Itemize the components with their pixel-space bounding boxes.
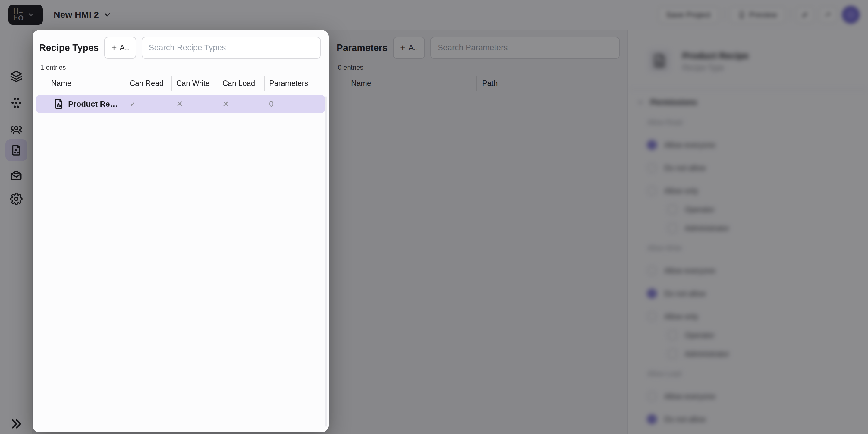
panel-title: Recipe Types — [39, 42, 99, 53]
scrollbar[interactable] — [326, 96, 327, 427]
recipe-types-panel: Recipe Types + A.. 1 entries Name Can Re… — [33, 30, 329, 432]
add-recipe-type-button[interactable]: + A.. — [104, 37, 136, 59]
can-write-value: ✕ — [172, 99, 218, 109]
can-read-value: ✓ — [125, 99, 172, 109]
column-header-can-load: Can Load — [218, 76, 264, 91]
column-header-can-write: Can Write — [172, 76, 218, 91]
recipe-types-table-header: Name Can Read Can Write Can Load Paramet… — [33, 76, 329, 91]
recipe-types-panel-header: Recipe Types + A.. — [33, 30, 329, 59]
add-button-label: A.. — [120, 43, 129, 53]
plus-icon: + — [111, 43, 117, 53]
column-header-parameters: Parameters — [264, 76, 329, 91]
column-header-can-read: Can Read — [125, 76, 172, 91]
entries-count: 1 entries — [40, 64, 329, 71]
column-header-name: Name — [33, 76, 125, 91]
row-name-cell: Product Re… — [36, 98, 125, 110]
search-recipe-types-input[interactable] — [142, 37, 321, 59]
row-name: Product Re… — [68, 99, 118, 109]
recipe-file-icon — [53, 98, 64, 110]
app-screen: H≡ ĿO New HMI 2 Save Project Preview — [0, 0, 868, 434]
parameters-count-value: 0 — [264, 99, 325, 109]
can-load-value: ✕ — [218, 99, 264, 109]
table-row[interactable]: Product Re… ✓ ✕ ✕ 0 — [36, 95, 325, 113]
